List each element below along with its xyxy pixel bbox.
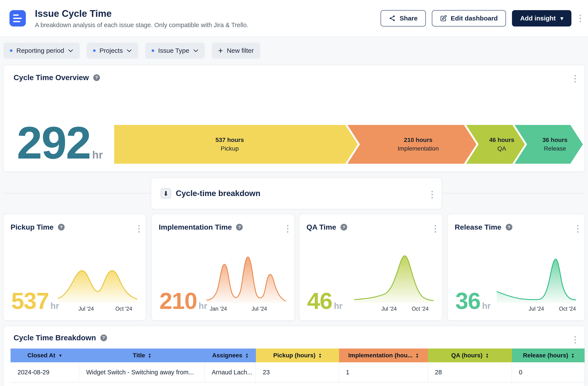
caret-down-icon: ▾ <box>560 15 563 22</box>
chevron-down-icon <box>127 49 132 52</box>
table-card-menu-icon[interactable] <box>572 334 578 346</box>
qa-hours-value: 46 <box>307 292 332 310</box>
stage-hours: 36 hours <box>542 137 567 144</box>
implementation-card-title: Implementation Time <box>159 223 232 231</box>
active-filter-dot <box>152 49 154 52</box>
column-header-pickup-hours[interactable]: Pickup (hours) ▲▼ <box>256 348 339 362</box>
release-time-card: Release Time ? Jul '24 Oct '24 36 <box>447 214 585 321</box>
header-actions: Share Edit dashboard Add insight ▾ <box>380 10 583 26</box>
page-title: Issue Cycle Time <box>35 8 248 19</box>
qa-time-card: QA Time ? Jul '24 Oct '24 46 <box>299 214 443 321</box>
plus-icon: + <box>218 46 223 55</box>
cycle-time-breakdown-table-card: Cycle Time Breakdown ? Closed At ▼ Title… <box>3 326 585 386</box>
release-area-chart <box>495 248 577 303</box>
pickup-area-chart <box>57 248 139 303</box>
add-insight-button[interactable]: Add insight ▾ <box>512 10 571 26</box>
stage-label: QA <box>497 145 506 152</box>
column-label: Implementation (hou... <box>348 352 413 359</box>
filter-projects[interactable]: Projects <box>86 43 138 59</box>
column-label: Release (hours) <box>523 352 568 359</box>
column-header-title[interactable]: Title ▲▼ <box>79 348 205 362</box>
overview-card-title: Cycle Time Overview <box>14 73 89 82</box>
cycle-time-overview-card: Cycle Time Overview ? 292 hr 537 hours P… <box>3 64 585 172</box>
stage-label: Pickup <box>221 145 239 152</box>
filter-reporting-period[interactable]: Reporting period <box>3 43 80 59</box>
help-icon[interactable]: ? <box>236 224 243 231</box>
banner-content: ⬇ Cycle-time breakdown <box>161 178 260 209</box>
qa-card-title: QA Time <box>307 223 336 231</box>
qa-card-menu-icon[interactable] <box>433 223 438 235</box>
release-card-title: Release Time <box>455 223 502 231</box>
column-header-release-hours[interactable]: Release (hours) ▲▼ <box>512 348 585 362</box>
pickup-card-menu-icon[interactable] <box>136 223 142 235</box>
sort-icon: ▲▼ <box>571 353 574 358</box>
cell-qa-hours: 28 <box>428 362 512 382</box>
help-icon[interactable]: ? <box>58 224 65 231</box>
sort-icon: ▲▼ <box>485 353 489 358</box>
chevron-down-icon <box>68 49 73 52</box>
implementation-sparkline: Jan '24 Jul '24 <box>205 248 287 312</box>
x-tick: Jul '24 <box>78 306 94 312</box>
column-header-qa-hours[interactable]: QA (hours) ▲▼ <box>428 348 512 362</box>
x-tick: Jul '24 <box>528 306 544 312</box>
overview-card-menu-icon[interactable] <box>572 73 578 85</box>
implementation-time-card: Implementation Time ? Jan '24 Jul '24 <box>151 214 295 321</box>
column-header-assignees[interactable]: Assignees ▲▼ <box>205 348 256 362</box>
column-header-closed-at[interactable]: Closed At ▼ <box>11 348 79 362</box>
implementation-hours-value: 210 <box>159 292 197 310</box>
column-label: Pickup (hours) <box>273 352 315 359</box>
pickup-card-title: Pickup Time <box>11 223 54 231</box>
table-row[interactable]: 2024-08-29 Widget Switch - Switching awa… <box>11 362 585 383</box>
edit-icon <box>440 15 447 22</box>
share-button[interactable]: Share <box>380 10 426 26</box>
help-icon[interactable]: ? <box>340 224 347 231</box>
sort-icon: ▲▼ <box>416 353 419 358</box>
chevron-down-icon <box>193 49 198 52</box>
funnel-stage-implementation[interactable]: 210 hours Implementation <box>347 125 476 164</box>
edit-dashboard-button[interactable]: Edit dashboard <box>432 10 506 26</box>
help-icon[interactable]: ? <box>506 224 512 231</box>
pickup-value: 537 hr <box>11 292 59 311</box>
page-subtitle: A breakdown analysis of each issue stage… <box>35 21 248 29</box>
pickup-x-axis: Jul '24 Oct '24 <box>57 303 139 312</box>
funnel-stage-pickup[interactable]: 537 hours Pickup <box>114 125 358 164</box>
release-sparkline: Jul '24 Oct '24 <box>495 248 577 312</box>
release-card-menu-icon[interactable] <box>575 223 581 235</box>
share-label: Share <box>399 15 418 22</box>
x-tick: Oct '24 <box>412 306 428 312</box>
overview-card-header: Cycle Time Overview ? <box>14 73 100 82</box>
active-filter-dot <box>10 49 13 52</box>
implementation-hours-unit: hr <box>199 301 207 311</box>
header-overflow-menu-icon[interactable] <box>577 13 583 24</box>
implementation-card-menu-icon[interactable] <box>285 223 291 235</box>
release-hours-value: 36 <box>455 292 480 310</box>
new-filter-label: New filter <box>227 47 254 54</box>
banner-menu-icon[interactable] <box>429 189 435 201</box>
menu-icon <box>13 14 19 16</box>
qa-sparkline: Jul '24 Oct '24 <box>353 248 435 312</box>
cell-implementation-hours: 1 <box>339 362 428 382</box>
x-tick: Oct '24 <box>559 306 576 312</box>
help-icon[interactable]: ? <box>100 335 107 341</box>
table-card-header: Cycle Time Breakdown ? <box>14 333 107 342</box>
implementation-value: 210 hr <box>159 292 207 311</box>
qa-x-axis: Jul '24 Oct '24 <box>353 303 435 312</box>
cell-closed-at: 2024-08-29 <box>11 362 79 382</box>
cycle-stage-funnel: 537 hours Pickup 210 hours Implementatio… <box>114 125 583 164</box>
edit-dashboard-label: Edit dashboard <box>451 15 498 22</box>
cell-title: Widget Switch - Switching away from... <box>79 362 205 382</box>
down-arrow-emoji-icon: ⬇ <box>161 188 171 199</box>
release-x-axis: Jul '24 Oct '24 <box>495 303 577 312</box>
stage-hours: 537 hours <box>215 137 244 144</box>
new-filter-button[interactable]: + New filter <box>212 43 260 59</box>
stage-hours: 46 hours <box>489 137 514 144</box>
pickup-time-card: Pickup Time ? Jul '24 Oct '24 537 <box>3 214 146 321</box>
section-divider-right <box>442 193 585 193</box>
help-icon[interactable]: ? <box>93 74 100 81</box>
menu-button[interactable] <box>9 10 26 26</box>
qa-hours-unit: hr <box>334 301 342 311</box>
add-insight-label: Add insight <box>520 15 556 22</box>
column-header-implementation-hours[interactable]: Implementation (hou... ▲▼ <box>339 348 428 362</box>
filter-issue-type[interactable]: Issue Type <box>145 43 205 59</box>
cell-pickup-hours: 23 <box>256 362 339 382</box>
